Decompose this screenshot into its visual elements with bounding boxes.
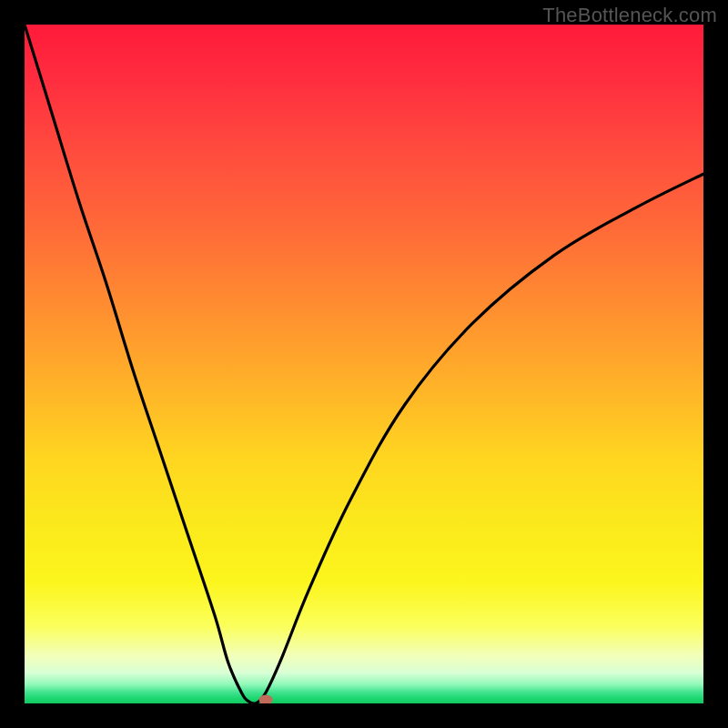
bottleneck-curve-path [25,25,703,703]
optimal-point-marker [258,695,272,703]
chart-container: TheBottleneck.com [0,0,728,728]
curve-svg [25,25,703,703]
plot-area [25,25,703,703]
watermark-text: TheBottleneck.com [542,4,717,27]
